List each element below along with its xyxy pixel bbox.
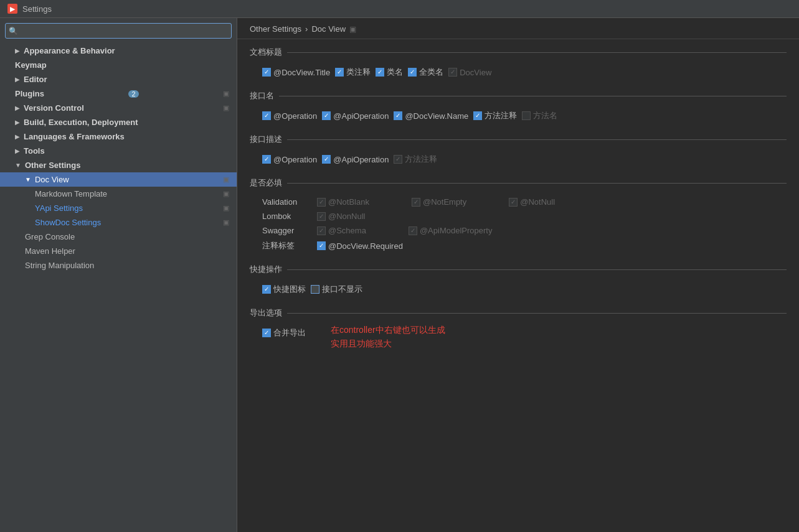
label-api-operation: @ApiOperation [333,111,389,121]
checkbox-interface-hidden[interactable] [311,285,319,294]
sidebar-item-editor[interactable]: ▶ Editor [0,72,237,86]
cb-schema[interactable]: @Schema [317,226,366,235]
checkbox-class-name[interactable] [376,68,384,77]
cb-non-null[interactable]: @NonNull [317,212,365,221]
arrow-icon: ▶ [15,147,20,154]
cb-api-op-desc[interactable]: @ApiOperation [322,155,389,164]
sidebar-item-showdoc-settings[interactable]: ShowDoc Settings ▣ [0,215,237,230]
label-method-comment: 方法注释 [485,110,517,121]
checkbox-docview-title[interactable] [262,68,271,77]
sidebar-item-label: YApi Settings [35,203,83,213]
checkbox-method-comment[interactable] [473,111,482,120]
content-area: Other Settings › Doc View ▣ 文档标题 @DocVie… [237,18,799,532]
cb-op-desc[interactable]: @Operation [262,155,317,164]
arrow-icon: ▶ [15,105,20,111]
cb-full-class-name[interactable]: 全类名 [408,67,443,78]
sidebar-item-languages[interactable]: ▶ Languages & Frameworks [0,129,237,144]
checkbox-api-model-property[interactable] [409,226,417,235]
checkbox-quick-icon[interactable] [262,285,271,294]
sidebar-item-string-manipulation[interactable]: String Manipulation [0,258,237,273]
sidebar-item-maven-helper[interactable]: Maven Helper [0,244,237,258]
cb-merge-export[interactable]: 合并导出 [262,327,306,338]
checkbox-schema[interactable] [317,226,326,235]
sidebar-item-other-settings[interactable]: ▼ Other Settings [0,158,237,172]
cb-interface-hidden[interactable]: 接口不显示 [311,284,362,295]
sidebar-item-doc-view[interactable]: ▼ Doc View ▣ [0,172,237,187]
title-bar: ▶ Settings [0,0,799,18]
export-header: 导出选项 [250,300,787,321]
interface-name-section: 接口名 @Operation @ApiOperation @DocView.Na… [237,83,799,126]
export-note-line2: 实用且功能强大 [331,338,445,350]
cb-method-comment[interactable]: 方法注释 [473,110,517,121]
checkbox-op-desc[interactable] [262,155,271,164]
cb-docview-name[interactable]: @DocView.Name [394,111,468,121]
cb-docview-title[interactable]: @DocView.Title [262,68,330,77]
checkbox-method-comment-desc[interactable] [394,155,402,164]
sidebar-item-plugins[interactable]: Plugins 2 ▣ [0,86,237,101]
arrow-icon: ▶ [15,133,20,140]
checkbox-docview-required[interactable] [317,241,326,250]
checkbox-api-op-desc[interactable] [322,155,331,164]
arrow-icon: ▶ [15,47,20,54]
quick-actions-header-text: 快捷操作 [250,264,282,275]
cb-not-empty[interactable]: @NotEmpty [412,197,466,207]
label-operation: @Operation [273,111,317,121]
sidebar-item-label: String Manipulation [25,261,94,270]
cb-docview-label[interactable]: DocView [448,68,491,77]
sidebar-item-label: Markdown Template [35,189,107,198]
interface-name-content: @Operation @ApiOperation @DocView.Name 方… [250,104,787,126]
sidebar-item-yapi-settings[interactable]: YApi Settings ▣ [0,201,237,215]
cb-method-name[interactable]: 方法名 [522,110,557,121]
checkbox-full-class-name[interactable] [408,68,417,77]
checkbox-api-operation[interactable] [322,111,331,120]
arrow-icon: ▶ [15,119,20,126]
label-docview-required: @DocView.Required [328,241,403,251]
cb-method-comment-desc[interactable]: 方法注释 [394,154,437,165]
export-note-line1: 在controller中右键也可以生成 [331,325,445,336]
sidebar-item-grep-console[interactable]: Grep Console [0,230,237,244]
cb-not-null[interactable]: @NotNull [509,197,555,207]
checkbox-method-name[interactable] [522,111,531,120]
cb-class-comment[interactable]: 类注释 [335,67,371,78]
sidebar-item-version-control[interactable]: ▶ Version Control ▣ [0,101,237,115]
sidebar-item-markdown-template[interactable]: Markdown Template ▣ [0,187,237,201]
checkbox-operation[interactable] [262,111,271,120]
interface-desc-header-text: 接口描述 [250,134,282,145]
sidebar-item-label: Grep Console [25,232,75,241]
interface-desc-row: @Operation @ApiOperation 方法注释 [262,151,787,167]
checkbox-merge-export[interactable] [262,329,271,337]
arrow-icon: ▶ [15,76,20,83]
sidebar-item-appearance[interactable]: ▶ Appearance & Behavior [0,44,237,58]
breadcrumb-current: Doc View [311,24,346,34]
cb-class-name[interactable]: 类名 [376,67,403,78]
required-swagger-row: Swagger @Schema @ApiModelProperty [262,223,787,238]
checkbox-not-null[interactable] [509,198,518,207]
breadcrumb-pin-icon: ▣ [349,25,356,34]
checkbox-not-blank[interactable] [317,198,326,207]
checkbox-not-empty[interactable] [412,198,420,207]
export-header-text: 导出选项 [250,307,282,319]
cb-not-blank[interactable]: @NotBlank [317,197,369,207]
sidebar-item-keymap[interactable]: Keymap [0,58,237,72]
pin-icon: ▣ [223,104,229,112]
sidebar-item-tools[interactable]: ▶ Tools [0,144,237,158]
checkbox-docview-label[interactable] [448,68,457,77]
checkbox-docview-name[interactable] [394,111,402,120]
search-input[interactable] [5,23,232,39]
cb-operation[interactable]: @Operation [262,111,317,121]
interface-name-header-text: 接口名 [250,90,274,101]
export-note-container: 合并导出 在controller中右键也可以生成 实用且功能强大 [262,325,787,350]
cb-api-operation[interactable]: @ApiOperation [322,111,389,121]
pin-icon: ▣ [223,90,229,98]
label-not-blank: @NotBlank [328,197,369,207]
breadcrumb: Other Settings › Doc View ▣ [237,18,799,39]
cb-docview-required[interactable]: @DocView.Required [317,241,403,251]
cb-quick-icon[interactable]: 快捷图标 [262,284,306,295]
interface-desc-section: 接口描述 @Operation @ApiOperation 方法注释 [237,126,799,170]
export-items-row: 合并导出 [262,325,306,341]
cb-api-model-property[interactable]: @ApiModelProperty [409,226,493,235]
checkbox-non-null[interactable] [317,212,326,221]
sidebar-item-build[interactable]: ▶ Build, Execution, Deployment [0,115,237,129]
lombok-label: Lombok [262,212,312,221]
checkbox-class-comment[interactable] [335,68,344,77]
